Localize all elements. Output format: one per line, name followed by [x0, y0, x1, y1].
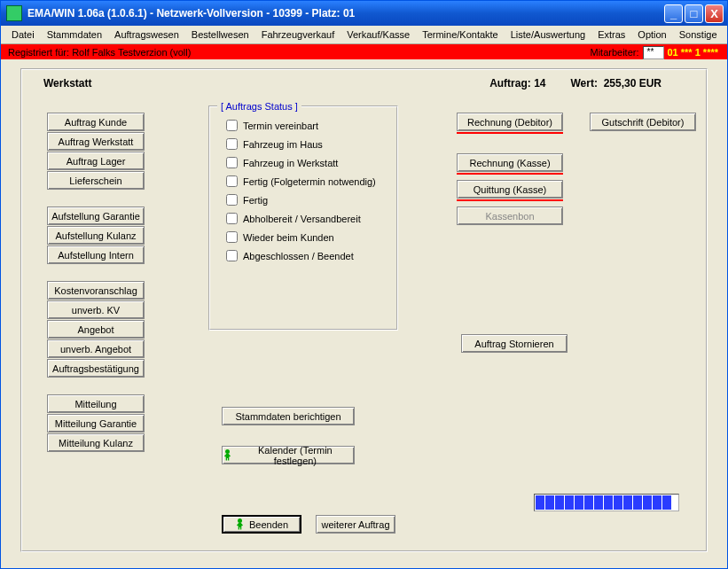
- menu-auftragswesen[interactable]: Auftragswesen: [109, 27, 184, 42]
- status-abholbereit[interactable]: Abholbereit / Versandbereit: [226, 213, 386, 224]
- auftrags-status-fieldset: [ Auftrags Status ] Termin vereinbart Fa…: [208, 105, 398, 331]
- red-underline: [457, 173, 563, 175]
- red-underline: [457, 132, 563, 134]
- auftrag-stornieren-button[interactable]: Auftrag Stornieren: [461, 334, 568, 353]
- status-wieder-beim-kunden[interactable]: Wieder beim Kunden: [226, 231, 386, 243]
- aufstellung-garantie-button[interactable]: Aufstellung Garantie: [47, 207, 145, 225]
- stammdaten-berichtigen-button[interactable]: Stammdaten berichtigen: [222, 407, 355, 425]
- left-button-column: Auftrag Kunde Auftrag Werkstatt Auftrag …: [47, 113, 153, 453]
- auftrag-kunde-button[interactable]: Auftrag Kunde: [47, 113, 145, 131]
- red-underline: [457, 199, 563, 201]
- menu-extras[interactable]: Extras: [592, 27, 630, 42]
- status-abgeschlossen[interactable]: Abgeschlossen / Beendet: [226, 250, 386, 261]
- kassenbon-button: Kassenbon: [457, 207, 563, 225]
- menu-verkauf-kasse[interactable]: Verkauf/Kasse: [341, 27, 415, 42]
- status-fahrzeug-in-werkstatt[interactable]: Fahrzeug in Werkstatt: [226, 157, 386, 168]
- titlebar: EMA/WIN 1.06a (1.0.6.1) - Netzwerk-Vollv…: [1, 1, 727, 26]
- checkbox[interactable]: [226, 157, 238, 168]
- aufstellung-intern-button[interactable]: Aufstellung Intern: [47, 246, 145, 264]
- kostenvoranschlag-button[interactable]: Kostenvoranschlag: [47, 281, 145, 300]
- menu-datei[interactable]: Datei: [6, 27, 40, 42]
- angebot-button[interactable]: Angebot: [47, 320, 145, 339]
- main-panel: Werkstatt Auftrag: 14 Wert: 255,30 EUR A…: [20, 68, 708, 552]
- menu-sonstige[interactable]: Sonstige: [674, 27, 723, 42]
- status-legend: [ Auftrags Status ]: [217, 101, 301, 112]
- wert-label: Wert:: [571, 77, 598, 90]
- menu-stammdaten[interactable]: Stammdaten: [42, 27, 107, 42]
- menu-bestellwesen[interactable]: Bestellwesen: [186, 27, 254, 42]
- progress-bar: [534, 494, 679, 511]
- auftrag-label: Auftrag:: [489, 77, 531, 90]
- checkbox[interactable]: [226, 213, 238, 224]
- lieferschein-button[interactable]: Lieferschein: [47, 171, 145, 190]
- close-button[interactable]: X: [705, 4, 724, 23]
- redbar-right-text: 01 *** 1 ****: [668, 47, 719, 58]
- auftrag-lager-button[interactable]: Auftrag Lager: [47, 152, 145, 170]
- auftrag-value: 14: [534, 77, 545, 90]
- status-fertig-folgetermin[interactable]: Fertig (Folgetermin notwendig): [226, 175, 386, 187]
- status-termin-vereinbart[interactable]: Termin vereinbart: [226, 120, 386, 131]
- rechnung-debitor-button[interactable]: Rechnung (Debitor): [457, 113, 563, 131]
- registration-text: Registriert für: Rolf Falks Testverzion …: [8, 47, 191, 58]
- menu-termine[interactable]: Termine/Kontakte: [417, 27, 504, 42]
- checkbox[interactable]: [226, 231, 238, 243]
- registration-bar: Registriert für: Rolf Falks Testverzion …: [1, 44, 727, 60]
- auftragsbestaetigung-button[interactable]: Auftragsbestätigung: [47, 359, 145, 378]
- mitteilung-button[interactable]: Mitteilung: [47, 394, 145, 413]
- checkbox[interactable]: [226, 194, 238, 206]
- app-window: EMA/WIN 1.06a (1.0.6.1) - Netzwerk-Vollv…: [0, 0, 728, 569]
- checkbox[interactable]: [226, 138, 238, 150]
- weiterer-auftrag-button[interactable]: weiterer Auftrag: [316, 515, 395, 534]
- maximize-button[interactable]: □: [685, 4, 703, 23]
- mitteilung-kulanz-button[interactable]: Mitteilung Kulanz: [47, 433, 145, 452]
- auftrag-werkstatt-button[interactable]: Auftrag Werkstatt: [47, 132, 145, 151]
- mitteilung-garantie-button[interactable]: Mitteilung Garantie: [47, 414, 145, 433]
- page-title: Werkstatt: [43, 77, 91, 90]
- kalender-button[interactable]: Kalender (Termin festlegen): [222, 446, 355, 464]
- unverb-kv-button[interactable]: unverb. KV: [47, 300, 145, 319]
- beenden-button[interactable]: Beenden: [222, 515, 301, 534]
- aufstellung-kulanz-button[interactable]: Aufstellung Kulanz: [47, 226, 145, 245]
- rechnung-kasse-button[interactable]: Rechnung (Kasse): [457, 153, 563, 172]
- menu-fahrzeugverkauf[interactable]: Fahrzeugverkauf: [256, 27, 341, 42]
- app-icon: [6, 5, 22, 21]
- checkbox[interactable]: [226, 120, 238, 131]
- menu-liste[interactable]: Liste/Auswertung: [505, 27, 591, 42]
- mitarbeiter-value: **: [643, 46, 664, 59]
- quittung-kasse-button[interactable]: Quittung (Kasse): [457, 180, 563, 199]
- menubar: Datei Stammdaten Auftragswesen Bestellwe…: [1, 26, 727, 44]
- gutschrift-debitor-button[interactable]: Gutschrift (Debitor): [590, 113, 696, 131]
- status-fahrzeug-im-haus[interactable]: Fahrzeug im Haus: [226, 138, 386, 150]
- window-title: EMA/WIN 1.06a (1.0.6.1) - Netzwerk-Vollv…: [27, 7, 355, 19]
- menu-option[interactable]: Option: [632, 27, 671, 42]
- person-icon: [223, 449, 233, 462]
- checkbox[interactable]: [226, 175, 238, 187]
- unverb-angebot-button[interactable]: unverb. Angebot: [47, 339, 145, 358]
- checkbox[interactable]: [226, 250, 238, 261]
- person-icon: [235, 518, 246, 531]
- minimize-button[interactable]: _: [664, 4, 683, 23]
- wert-value: 255,30 EUR: [604, 77, 661, 90]
- mitarbeiter-label: Mitarbeiter:: [590, 47, 638, 58]
- menu-hilfe[interactable]: Hilfe: [724, 27, 728, 42]
- status-fertig[interactable]: Fertig: [226, 194, 386, 206]
